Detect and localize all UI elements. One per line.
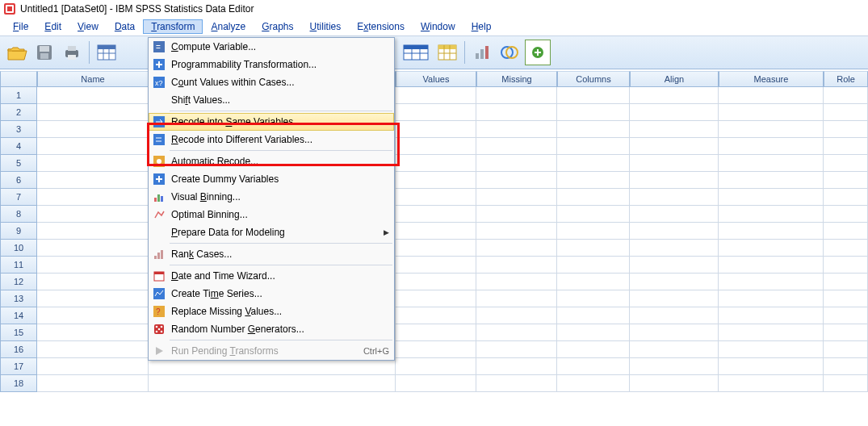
cell[interactable]: [630, 257, 719, 274]
col-measure[interactable]: Measure: [719, 71, 824, 87]
cell[interactable]: [557, 104, 630, 121]
cell[interactable]: [37, 189, 149, 206]
cell[interactable]: [719, 290, 824, 307]
cell[interactable]: [557, 240, 630, 257]
row-number[interactable]: 3: [0, 121, 37, 138]
cell[interactable]: [824, 290, 868, 307]
cell[interactable]: [719, 155, 824, 172]
cell[interactable]: [630, 358, 719, 375]
menu-file[interactable]: File: [5, 19, 36, 34]
cell[interactable]: [824, 223, 868, 240]
cell[interactable]: [37, 375, 149, 392]
cell[interactable]: [557, 155, 630, 172]
cell[interactable]: [824, 257, 868, 274]
cell[interactable]: [149, 358, 396, 375]
chart-button[interactable]: [470, 40, 494, 65]
row-number[interactable]: 11: [0, 257, 37, 274]
menu-extensions[interactable]: Extensions: [349, 19, 413, 34]
menu-edit[interactable]: Edit: [36, 19, 69, 34]
row-number[interactable]: 4: [0, 138, 37, 155]
cell[interactable]: [396, 172, 476, 189]
cell[interactable]: [719, 307, 824, 324]
cell[interactable]: [396, 155, 476, 172]
cell[interactable]: [37, 341, 149, 358]
table-row[interactable]: 3: [0, 121, 868, 138]
col-name[interactable]: Name: [37, 71, 149, 87]
cell[interactable]: [396, 87, 476, 104]
cell[interactable]: [476, 172, 557, 189]
cell[interactable]: [630, 121, 719, 138]
cell[interactable]: [37, 138, 149, 155]
cell[interactable]: [37, 172, 149, 189]
cell[interactable]: [630, 87, 719, 104]
table-row[interactable]: 8: [0, 206, 868, 223]
table-row[interactable]: 7: [0, 189, 868, 206]
cell[interactable]: [719, 121, 824, 138]
cell[interactable]: [557, 206, 630, 223]
cell[interactable]: [557, 87, 630, 104]
col-align[interactable]: Align: [630, 71, 719, 87]
table-row[interactable]: 10: [0, 240, 868, 257]
menu-analyze[interactable]: Analyze: [203, 19, 254, 34]
row-number[interactable]: 8: [0, 206, 37, 223]
cell[interactable]: [37, 290, 149, 307]
cell[interactable]: [396, 189, 476, 206]
cell[interactable]: [37, 206, 149, 223]
cell[interactable]: [557, 307, 630, 324]
cell[interactable]: [37, 223, 149, 240]
menu-date-time-wizard[interactable]: Date and Time Wizard...: [149, 267, 394, 285]
cell[interactable]: [476, 341, 557, 358]
cell[interactable]: [37, 257, 149, 274]
cell[interactable]: [396, 341, 476, 358]
cell[interactable]: [557, 121, 630, 138]
cell[interactable]: [396, 223, 476, 240]
row-number[interactable]: 17: [0, 358, 37, 375]
cell[interactable]: [557, 324, 630, 341]
cell[interactable]: [476, 155, 557, 172]
corner-header[interactable]: [0, 71, 37, 87]
menu-random-number[interactable]: Random Number Generators...: [149, 320, 394, 338]
cell[interactable]: [476, 274, 557, 290]
cell[interactable]: [630, 341, 719, 358]
sets-button[interactable]: [497, 40, 522, 65]
menu-shift-values[interactable]: Shift Values...: [149, 91, 394, 109]
cell[interactable]: [476, 87, 557, 104]
cell[interactable]: [476, 375, 557, 392]
row-number[interactable]: 1: [0, 87, 37, 104]
cell[interactable]: [37, 155, 149, 172]
menu-data[interactable]: Data: [107, 19, 143, 34]
cell[interactable]: [557, 274, 630, 290]
cell[interactable]: [557, 375, 630, 392]
cell[interactable]: [630, 290, 719, 307]
cell[interactable]: [824, 104, 868, 121]
row-number[interactable]: 14: [0, 307, 37, 324]
menu-count-values[interactable]: x?Count Values within Cases...: [149, 73, 394, 91]
cell[interactable]: [824, 189, 868, 206]
col-values[interactable]: Values: [396, 71, 476, 87]
row-number[interactable]: 5: [0, 155, 37, 172]
cell[interactable]: [630, 307, 719, 324]
cell[interactable]: [824, 155, 868, 172]
cell[interactable]: [37, 104, 149, 121]
cell[interactable]: [557, 257, 630, 274]
menu-programmability[interactable]: Programmability Transformation...: [149, 56, 394, 73]
row-number[interactable]: 7: [0, 189, 37, 206]
row-number[interactable]: 12: [0, 274, 37, 290]
cell[interactable]: [719, 104, 824, 121]
row-number[interactable]: 9: [0, 223, 37, 240]
cell[interactable]: [396, 274, 476, 290]
cell[interactable]: [630, 240, 719, 257]
cell[interactable]: [630, 138, 719, 155]
menu-replace-missing[interactable]: ?Replace Missing Values...: [149, 303, 394, 320]
cell[interactable]: [824, 121, 868, 138]
table-row[interactable]: 18: [0, 375, 868, 392]
row-number[interactable]: 18: [0, 375, 37, 392]
cell[interactable]: [719, 324, 824, 341]
save-button[interactable]: [32, 40, 57, 65]
menu-recode-different[interactable]: Recode into Different Variables...: [149, 131, 394, 148]
cell[interactable]: [630, 206, 719, 223]
grid-blue-button[interactable]: [400, 40, 432, 65]
menu-help[interactable]: Help: [463, 19, 500, 34]
cell[interactable]: [396, 104, 476, 121]
cell[interactable]: [824, 358, 868, 375]
